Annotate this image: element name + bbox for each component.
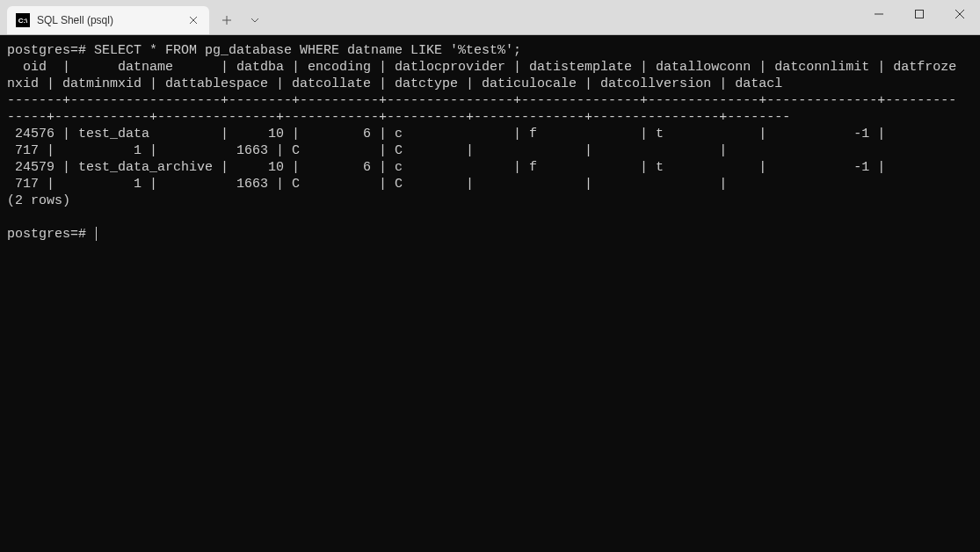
sql-command: SELECT * FROM pg_database WHERE datname …: [94, 43, 521, 58]
minimize-button[interactable]: [859, 0, 899, 28]
plus-icon: [221, 15, 232, 25]
close-icon: [955, 10, 964, 18]
maximize-button[interactable]: [899, 0, 940, 28]
minimize-icon: [875, 10, 883, 18]
tab-actions: [214, 6, 267, 34]
prompt: postgres=#: [7, 43, 86, 58]
titlebar: C:\ SQL Shell (psql): [0, 0, 980, 35]
table-row: 717 | 1 | 1663 | C | C | | |: [7, 143, 727, 158]
row-count: (2 rows): [7, 193, 70, 208]
table-row: 24579 | test_data_archive | 10 | 6 | c |…: [7, 160, 885, 175]
chevron-down-icon: [250, 18, 259, 23]
table-row: 717 | 1 | 1663 | C | C | | |: [7, 177, 727, 192]
tab-title: SQL Shell (psql): [37, 14, 179, 26]
columns-header-line1: oid | datname | datdba | encoding | datl…: [7, 60, 956, 75]
tab-dropdown-button[interactable]: [243, 8, 267, 33]
terminal-output[interactable]: postgres=# SELECT * FROM pg_database WHE…: [0, 35, 980, 552]
separator-line2: -----+------------+---------------+-----…: [7, 110, 790, 125]
cursor: [96, 227, 97, 241]
window-controls: [859, 0, 980, 28]
prompt: postgres=#: [7, 227, 94, 242]
close-icon: [189, 16, 198, 25]
maximize-icon: [915, 10, 924, 18]
svg-rect-5: [916, 11, 924, 18]
terminal-icon: C:\: [16, 13, 30, 27]
separator-line1: -------+-------------------+--------+---…: [7, 93, 956, 108]
tab-close-button[interactable]: [186, 13, 200, 27]
columns-header-line2: nxid | datminmxid | dattablespace | datc…: [7, 76, 782, 91]
close-window-button[interactable]: [940, 0, 980, 28]
tab-sql-shell[interactable]: C:\ SQL Shell (psql): [7, 6, 209, 34]
new-tab-button[interactable]: [214, 8, 239, 33]
table-row: 24576 | test_data | 10 | 6 | c | f | t |…: [7, 127, 885, 142]
